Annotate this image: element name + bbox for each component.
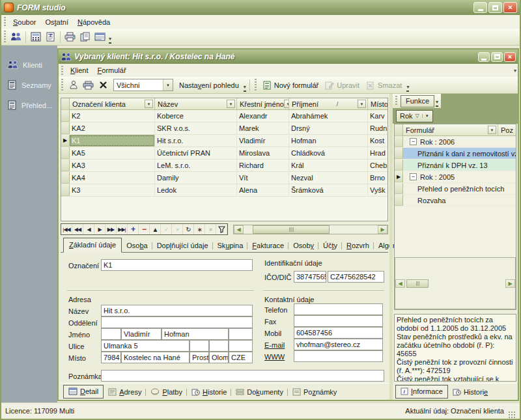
row-selector[interactable]: [61, 184, 70, 196]
edit-form-button[interactable]: Upravit: [322, 79, 363, 91]
cell-oznaceni[interactable]: KA3: [70, 160, 155, 171]
sidebar-item-prehled[interactable]: Přehled...: [1, 95, 57, 115]
scroll-right-button[interactable]: ▶: [505, 279, 515, 288]
poznamka-field[interactable]: [101, 370, 384, 382]
maximize-button[interactable]: [488, 2, 502, 13]
cell-nazev[interactable]: Koberce: [155, 110, 237, 122]
collapse-icon[interactable]: −: [410, 138, 417, 145]
list-group-row[interactable]: − Rok : 2006: [395, 136, 516, 148]
fax-field[interactable]: [294, 315, 383, 327]
column-header-misto[interactable]: Místo: [368, 98, 387, 110]
collapse-icon[interactable]: −: [410, 173, 417, 180]
table-row[interactable]: K3 Ledok Alena Šrámková Vyšk: [61, 184, 387, 197]
cell-misto[interactable]: Karv: [368, 110, 387, 122]
cell-oznaceni[interactable]: K3: [70, 184, 155, 196]
ulice-field[interactable]: Ulmanka 5: [101, 340, 190, 352]
clients-button[interactable]: [8, 30, 23, 44]
refresh-button[interactable]: ↻: [183, 224, 194, 234]
prev-record-button[interactable]: ◀: [83, 224, 94, 234]
column-header-oznaceni[interactable]: Označení klienta ▼: [70, 98, 155, 110]
cell-nazev[interactable]: Účetnictví PRAN: [155, 147, 237, 159]
fast-prev-button[interactable]: ◀◀: [72, 224, 83, 234]
list-item[interactable]: Rozvaha: [395, 195, 516, 206]
row-selector[interactable]: [395, 160, 403, 171]
filter-combobox[interactable]: Všichni ▼: [113, 79, 173, 91]
table-row[interactable]: KA5 Účetnictví PRAN Miroslava Chládková …: [61, 147, 387, 160]
minimize-button[interactable]: [473, 2, 487, 13]
cell-misto[interactable]: Kost: [368, 135, 387, 147]
last-record-button[interactable]: ▶▶|: [117, 224, 128, 234]
row-selector[interactable]: [395, 183, 403, 194]
view-settings-button[interactable]: Nastavení pohledu: [176, 80, 242, 91]
sidebar-item-seznamy[interactable]: Seznamy: [1, 75, 57, 95]
tab-fakturace[interactable]: Fakturace: [247, 240, 289, 252]
cell-jmeno[interactable]: Alexandr: [237, 110, 289, 122]
row-selector[interactable]: [395, 148, 403, 159]
client-maximize-button[interactable]: [491, 52, 503, 62]
form-item-label[interactable]: Rozvaha: [403, 195, 516, 206]
table-row[interactable]: KA2 SKR v.o.s. Marek Drsný Rudn: [61, 122, 387, 135]
kraj-field[interactable]: Olom: [209, 352, 229, 363]
next-record-button[interactable]: ▶: [94, 224, 106, 234]
resize-grip[interactable]: [508, 411, 516, 419]
tab-ucty[interactable]: Účty: [318, 240, 342, 252]
ico-field[interactable]: 38747565: [294, 271, 326, 283]
client-minimize-button[interactable]: [478, 52, 490, 62]
row-selector[interactable]: [395, 136, 403, 147]
krestni-jmeno-field[interactable]: Vladimír: [121, 328, 162, 340]
tab-dokumenty[interactable]: Dokumenty: [231, 386, 288, 399]
post-edit-button[interactable]: ✓: [161, 224, 172, 234]
tab-doplnujici-udaje[interactable]: Doplňující údaje: [152, 240, 213, 252]
tab-rozvrh[interactable]: Rozvrh: [342, 240, 374, 252]
cell-prijmeni[interactable]: Šrámková: [289, 184, 368, 196]
row-selector[interactable]: [61, 172, 70, 184]
cell-prijmeni[interactable]: Drsný: [289, 122, 368, 134]
mobil-field[interactable]: 604587456: [294, 327, 383, 339]
okres-field[interactable]: Prost: [190, 352, 209, 363]
tab-osoby[interactable]: Osoby: [289, 240, 318, 252]
toolbar-grip[interactable]: [4, 31, 6, 43]
stat-field[interactable]: CZE: [229, 352, 253, 363]
group-cell[interactable]: − Rok : 2006: [403, 136, 516, 147]
toolbar-grip[interactable]: [255, 79, 257, 91]
cell-oznaceni[interactable]: K1: [70, 135, 155, 147]
email-field[interactable]: vhofman@stereo.cz: [294, 339, 383, 350]
cislo-popisne-field[interactable]: [190, 340, 209, 352]
toolbar-overflow-button[interactable]: ▾: [406, 85, 409, 92]
telefon-field[interactable]: [294, 303, 383, 315]
row-selector[interactable]: [61, 122, 70, 134]
new-form-button[interactable]: Nový formulář: [259, 79, 322, 91]
scroll-left-button[interactable]: ◀: [395, 279, 405, 288]
cell-jmeno[interactable]: Richard: [237, 160, 289, 171]
tab-platby[interactable]: Platby: [146, 386, 187, 399]
column-header-formular[interactable]: Formulář ▼: [403, 124, 498, 136]
print-button[interactable]: [63, 30, 77, 44]
filter-button[interactable]: [216, 224, 227, 234]
cell-jmeno[interactable]: Alena: [237, 184, 289, 196]
funkce-button[interactable]: Funkce: [401, 95, 434, 107]
tab-adresy[interactable]: Adresy: [104, 386, 146, 399]
grid-horizontal-scrollbar[interactable]: ◀ ▶: [233, 225, 388, 234]
cell-prijmeni[interactable]: Nezval: [289, 172, 368, 184]
scrollbar-thumb[interactable]: [253, 225, 330, 234]
email-link-label[interactable]: E-mail: [264, 341, 285, 350]
list-item[interactable]: Přiznání k DPH vz. 13: [395, 160, 516, 171]
row-selector[interactable]: [61, 147, 70, 159]
toolbar-overflow-button[interactable]: ▾: [109, 36, 111, 44]
cell-nazev[interactable]: LeM. s.r.o.: [155, 160, 237, 171]
group-cell[interactable]: − Rok : 2005: [403, 171, 516, 182]
cell-prijmeni[interactable]: Abrahámek: [289, 110, 368, 122]
row-selector[interactable]: [61, 160, 70, 171]
cell-jmeno[interactable]: Marek: [237, 122, 289, 134]
table-row-selected[interactable]: ▶ K1 Hit s.r.o. Vladimír Hofman Kost: [61, 135, 387, 147]
fast-next-button[interactable]: ▶▶: [106, 224, 117, 234]
cell-jmeno[interactable]: Miroslava: [237, 147, 289, 159]
oznaceni-field[interactable]: K1: [101, 259, 253, 271]
delete-client-button[interactable]: [96, 78, 111, 92]
cell-prijmeni[interactable]: Král: [289, 160, 368, 171]
cell-oznaceni[interactable]: KA5: [70, 147, 155, 159]
menu-formular[interactable]: Formulář: [93, 64, 131, 76]
menu-klient[interactable]: Klient: [66, 64, 93, 76]
dic-field[interactable]: CZ475628542: [328, 271, 384, 283]
cell-misto[interactable]: Vyšk: [368, 184, 387, 196]
